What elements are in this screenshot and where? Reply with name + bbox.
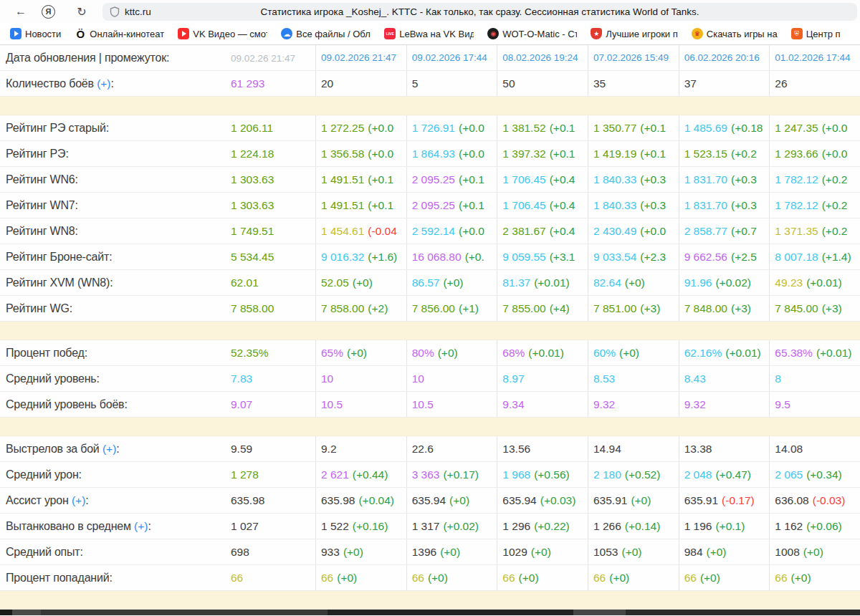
cell-delta: (+1) [459,302,479,315]
row-label-cell: Рейтинг Броне-сайт:5 534.45 [0,244,315,269]
cell-value: 9.2 [321,443,337,456]
stat-cell: 7 848.00(+3) [679,296,770,321]
stat-row: Ассист урон (+):635.98635.98(+0.04)635.9… [0,488,860,514]
cell-value: 13.38 [684,443,712,456]
cell-delta: (+0.01) [534,276,570,289]
stat-cell: 65.38%(+0.01) [769,340,860,365]
yandex-icon[interactable]: Я [42,5,55,19]
stat-cell[interactable]: 09.02.2026 17:44 [406,45,497,70]
row-label-colon: : [97,372,100,385]
stat-cell[interactable]: 01.02.2026 17:44 [769,45,860,70]
cell-value: 1 782.12 [775,173,818,186]
expand-link[interactable]: (+) [69,494,86,507]
row-label-colon: : [85,494,88,507]
cell-value: 2 858.77 [684,225,727,238]
cell-value: 635.94 [412,494,446,507]
stat-cell: 635.94(+0) [406,488,497,513]
cell-value: 68% [502,347,525,360]
current-value: 1 749.51 [231,225,274,238]
cell-delta: (+0.2 [731,148,757,160]
expand-link[interactable]: (+) [131,520,148,533]
cell-delta: (-0.17) [722,494,755,507]
cell-value: 10.5 [412,398,434,411]
stat-cell: 66(+0) [769,565,860,590]
cell-value: 01.02.2026 17:44 [775,52,850,63]
bookmark-item[interactable]: ★Лучшие игроки п [591,28,678,39]
bookmark-label: Скачать игры на [707,29,778,39]
cell-value: 22.6 [412,443,434,456]
row-label: Вытанковано в среднем [6,520,131,533]
cell-delta: (+0.22) [534,520,570,533]
stat-cell: 1 296(+0.22) [497,514,588,539]
stat-cell: 1 491.51(+0.1 [315,193,406,218]
cell-value: 635.98 [321,494,355,507]
cell-value: 1 196 [684,520,712,533]
bookmark-item[interactable]: LIVELeBwa на VK Вид [384,28,474,39]
cell-value: 91.96 [684,276,712,289]
stat-cell: 10.5 [406,392,497,417]
expand-link[interactable]: (+) [94,77,111,90]
cell-value: 10 [412,372,424,385]
back-icon[interactable]: ← [10,5,32,18]
stat-cell: 16 068.80(+0. [406,244,497,269]
stat-cell: 1 864.93(+0.0 [406,141,497,166]
row-label-colon: : [111,77,114,90]
stat-cell: 50 [497,71,588,96]
bookmark-item[interactable]: ÖОнлайн-кинотеат [75,28,164,39]
stat-cell: 635.91(+0) [588,488,679,513]
bookmark-item[interactable]: ☁Все файлы / Обла [281,28,371,39]
stat-cell: 10 [315,366,406,391]
stat-cell: 9.2 [315,436,406,461]
bookmark-item[interactable]: VK Видео — смот [178,28,267,39]
row-label-colon: : [75,173,78,186]
cell-value: 2 048 [684,468,712,481]
cell-delta: (+2.3 [640,251,666,264]
cell-value: 14.08 [775,443,803,456]
cell-delta: (+0.0 [368,148,393,160]
cell-value: 1 266 [593,520,621,533]
url-text: kttc.ru [125,6,151,17]
section-separator [0,97,860,115]
cell-delta: (+0) [621,546,641,559]
row-label: Рейтинг РЭ старый [6,122,106,135]
bookmark-item[interactable]: ♛Скачать игры на [692,28,778,39]
cell-delta: (+0.0 [640,225,666,238]
stat-cell[interactable]: 09.02.2026 21:47 [315,45,406,70]
stat-cell: 1 840.33(+0.3 [588,167,679,192]
cell-value: 1 350.77 [593,122,636,135]
row-label: Средний уровень [6,372,97,385]
cell-value: 8.97 [502,372,524,385]
cell-value: 1 491.51 [321,173,364,186]
stat-cell[interactable]: 07.02.2026 15:49 [588,45,679,70]
stat-cell: 1 491.51(+0.1 [315,167,406,192]
cell-value: 9 033.54 [593,251,636,264]
stat-cell[interactable]: 08.02.2026 19:24 [497,45,588,70]
bookmark-item[interactable]: ⛨Центр п [791,28,841,39]
row-label-cell: Вытанковано в среднем (+):1 027 [0,514,315,539]
cell-delta: (+0.16) [353,520,388,533]
cell-delta: (+0.4 [550,225,575,238]
current-value: 635.98 [231,494,264,507]
cell-delta: (+0.2 [822,199,848,212]
cell-value: 1 491.51 [321,199,364,212]
cell-delta: (+0.56) [534,468,570,481]
stat-cell: 9 033.54(+2.3 [588,244,679,269]
expand-link[interactable]: (+) [100,443,117,456]
bookmark-item[interactable]: ◉WOT-O-Matic - Ст [487,28,577,39]
cell-delta: (+0.17) [443,468,479,481]
cell-value: 7 855.00 [502,302,545,315]
cell-value: 1 706.45 [502,199,545,212]
stat-cell: 2 065(+0.34) [769,462,860,487]
cell-value: 1 706.45 [502,173,545,186]
cell-delta: (+0) [449,494,469,507]
reload-icon[interactable]: ↻ [71,5,92,19]
cell-delta: (+0.14) [625,520,661,533]
stat-cell[interactable]: 06.02.2026 20:16 [679,45,770,70]
address-bar[interactable]: kttc.ru Статистика игрока _Koshej_. KTTC… [102,3,857,21]
cell-delta: (+2.5 [731,251,757,264]
bookmark-item[interactable]: Новости [10,28,61,39]
row-label: Количество боёв [6,77,94,90]
cell-value: 1 831.70 [684,199,727,212]
cell-value: 65.38% [775,347,813,360]
cell-value: 9.32 [593,398,615,411]
